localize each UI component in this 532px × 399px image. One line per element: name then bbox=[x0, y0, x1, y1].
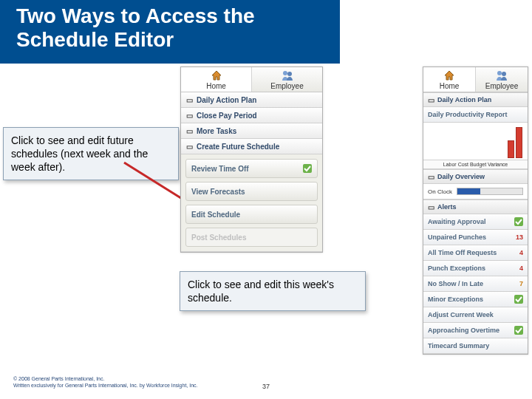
svg-point-5 bbox=[502, 72, 506, 76]
on-clock-overview: On Clock bbox=[423, 184, 528, 200]
row-daily-action-plan[interactable]: ▭Daily Action Plan bbox=[181, 92, 322, 108]
tab-home-right-label: Home bbox=[440, 82, 460, 90]
center-tabs: Home Employee bbox=[181, 67, 322, 92]
row-label: Minor Exceptions bbox=[428, 296, 483, 303]
btn-edit-schedule[interactable]: Edit Schedule bbox=[185, 205, 318, 224]
row-close-pay-period[interactable]: ▭Close Pay Period bbox=[181, 108, 322, 123]
punch-exceptions-value: 4 bbox=[519, 265, 523, 272]
btn-label: Edit Schedule bbox=[191, 211, 240, 219]
right-panel: Home Employee ▭Daily Action Plan Daily P… bbox=[423, 66, 528, 355]
tab-home-label: Home bbox=[206, 82, 226, 90]
row-create-future-schedule[interactable]: ▭Create Future Schedule bbox=[181, 139, 322, 154]
expand-icon: ▭ bbox=[185, 112, 193, 119]
tab-home-right[interactable]: Home bbox=[423, 67, 476, 92]
btn-post-schedules[interactable]: Post Schedules bbox=[185, 228, 318, 247]
collapse-icon: ▭ bbox=[185, 143, 193, 150]
svg-point-1 bbox=[283, 71, 287, 75]
svg-rect-6 bbox=[514, 217, 523, 226]
check-icon bbox=[514, 326, 523, 335]
row-label: Daily Productivity Report bbox=[428, 111, 508, 118]
employee-icon bbox=[496, 69, 508, 81]
tab-employee-label: Employee bbox=[270, 82, 303, 90]
row-more-tasks[interactable]: ▭More Tasks bbox=[181, 123, 322, 139]
collapse-icon: ▭ bbox=[428, 203, 435, 211]
tab-home[interactable]: Home bbox=[181, 67, 252, 92]
slide: Two Ways to Access the Schedule Editor C… bbox=[0, 0, 532, 399]
home-icon bbox=[443, 69, 455, 81]
sect-daily-action-plan[interactable]: ▭Daily Action Plan bbox=[423, 92, 528, 107]
btn-label: Post Schedules bbox=[191, 233, 246, 242]
sect-alerts[interactable]: ▭Alerts bbox=[423, 200, 528, 214]
row-punch-exceptions[interactable]: Punch Exceptions 4 bbox=[423, 261, 528, 276]
row-awaiting-approval[interactable]: Awaiting Approval bbox=[423, 214, 528, 230]
row-label: Adjust Current Week bbox=[428, 311, 494, 318]
page-number: 37 bbox=[0, 383, 532, 390]
row-label: Approaching Overtime bbox=[428, 327, 499, 334]
center-panel: Home Employee ▭Daily Action Plan ▭Close … bbox=[180, 66, 323, 253]
row-label: More Tasks bbox=[197, 127, 236, 135]
tab-employee[interactable]: Employee bbox=[252, 67, 322, 92]
right-tabs: Home Employee bbox=[423, 67, 528, 92]
row-all-time-off-requests[interactable]: All Time Off Requests 4 bbox=[423, 245, 528, 261]
check-icon bbox=[514, 217, 523, 226]
row-minor-exceptions[interactable]: Minor Exceptions bbox=[423, 292, 528, 307]
row-label: Punch Exceptions bbox=[428, 265, 485, 272]
variance-chart bbox=[423, 123, 528, 160]
svg-rect-7 bbox=[514, 295, 523, 304]
title-line-1: Two Ways to Access the bbox=[16, 4, 255, 27]
sect-label: Daily Action Plan bbox=[437, 96, 491, 103]
btn-review-time-off[interactable]: Review Time Off bbox=[185, 159, 318, 178]
row-label: Awaiting Approval bbox=[428, 218, 486, 225]
sect-label: Daily Overview bbox=[437, 173, 485, 180]
btn-label: View Forecasts bbox=[191, 188, 245, 196]
home-icon bbox=[211, 69, 222, 81]
tab-employee-right[interactable]: Employee bbox=[476, 67, 528, 92]
row-label: Create Future Schedule bbox=[197, 143, 279, 151]
title-line-2: Schedule Editor bbox=[16, 28, 174, 51]
row-label: Daily Action Plan bbox=[197, 96, 256, 104]
svg-rect-3 bbox=[303, 164, 312, 173]
row-label: Unpaired Punches bbox=[428, 233, 486, 241]
slide-title: Two Ways to Access the Schedule Editor bbox=[16, 4, 340, 52]
row-approaching-overtime[interactable]: Approaching Overtime bbox=[423, 323, 528, 338]
collapse-icon: ▭ bbox=[428, 96, 435, 104]
employee-icon bbox=[282, 69, 293, 81]
row-timecard-summary[interactable]: Timecard Summary bbox=[423, 338, 528, 354]
svg-point-2 bbox=[287, 72, 292, 76]
row-adjust-current-week[interactable]: Adjust Current Week bbox=[423, 307, 528, 323]
check-icon bbox=[514, 295, 523, 304]
check-icon bbox=[303, 164, 312, 173]
collapse-icon: ▭ bbox=[428, 173, 435, 181]
row-label: Timecard Summary bbox=[428, 342, 489, 349]
row-label: All Time Off Requests bbox=[428, 249, 497, 256]
row-daily-productivity-report[interactable]: Daily Productivity Report bbox=[423, 107, 528, 123]
row-unpaired-punches[interactable]: Unpaired Punches 13 bbox=[423, 230, 528, 245]
row-label: No Show / In Late bbox=[428, 280, 483, 287]
chart-bar bbox=[516, 127, 522, 158]
sect-label: Alerts bbox=[437, 203, 457, 211]
btn-view-forecasts[interactable]: View Forecasts bbox=[185, 182, 318, 201]
time-off-value: 4 bbox=[519, 249, 523, 256]
title-bar: Two Ways to Access the Schedule Editor bbox=[0, 0, 340, 64]
progress-fill bbox=[457, 188, 480, 194]
footer-line-1: © 2008 General Parts International, Inc. bbox=[13, 375, 198, 382]
sect-daily-overview[interactable]: ▭Daily Overview bbox=[423, 169, 528, 184]
callout-future-schedules: Click to see and edit future schedules (… bbox=[3, 127, 179, 180]
chart-bar bbox=[508, 140, 514, 158]
tab-employee-right-label: Employee bbox=[485, 82, 518, 90]
callout-this-week-schedule: Click to see and edit this week's schedu… bbox=[180, 271, 366, 311]
no-show-value: 7 bbox=[519, 280, 523, 287]
on-clock-label: On Clock bbox=[428, 188, 452, 195]
row-label: Close Pay Period bbox=[197, 112, 257, 120]
btn-label: Review Time Off bbox=[191, 165, 249, 173]
expand-icon: ▭ bbox=[185, 127, 193, 134]
chart-caption: Labor Cost Budget Variance bbox=[423, 160, 528, 169]
svg-point-4 bbox=[497, 71, 502, 75]
future-schedule-subpanel: Review Time Off View Forecasts Edit Sche… bbox=[181, 154, 322, 252]
on-clock-progress bbox=[457, 188, 523, 195]
row-no-show-in-late[interactable]: No Show / In Late 7 bbox=[423, 276, 528, 292]
unpaired-punches-value: 13 bbox=[516, 233, 523, 241]
svg-rect-8 bbox=[514, 326, 523, 335]
collapse-icon: ▭ bbox=[185, 96, 193, 103]
